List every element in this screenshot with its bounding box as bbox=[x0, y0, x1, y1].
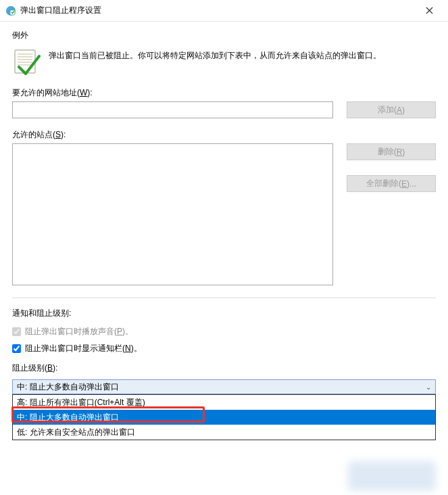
option-low[interactable]: 低: 允许来自安全站点的弹出窗口 bbox=[13, 425, 435, 440]
close-button[interactable] bbox=[416, 1, 443, 20]
intro-text: 弹出窗口当前已被阻止。你可以将特定网站添加到下表中，从而允许来自该站点的弹出窗口… bbox=[49, 48, 381, 62]
svg-rect-1 bbox=[10, 10, 15, 15]
play-sound-checkbox-row: 阻止弹出窗口时播放声音(P)。 bbox=[12, 326, 436, 337]
notifications-heading: 通知和阻止级别: bbox=[12, 308, 436, 319]
block-level-combo[interactable]: 中: 阻止大多数自动弹出窗口 ⌄ bbox=[12, 379, 436, 394]
play-sound-label: 阻止弹出窗口时播放声音(P)。 bbox=[25, 326, 133, 337]
add-button[interactable]: 添加(A) bbox=[347, 101, 436, 118]
intro-row: 弹出窗口当前已被阻止。你可以将特定网站添加到下表中，从而允许来自该站点的弹出窗口… bbox=[12, 48, 436, 76]
play-sound-checkbox bbox=[12, 327, 21, 336]
document-check-icon bbox=[12, 48, 41, 76]
show-notification-checkbox-row[interactable]: 阻止弹出窗口时显示通知栏(N)。 bbox=[12, 343, 436, 354]
url-input[interactable] bbox=[12, 101, 333, 118]
block-level-combo-wrap: 中: 阻止大多数自动弹出窗口 ⌄ 高: 阻止所有弹出窗口(Ctrl+Alt 覆盖… bbox=[12, 379, 436, 394]
url-label: 要允许的网站地址(W): bbox=[12, 87, 436, 99]
allowed-sites-list[interactable] bbox=[12, 143, 333, 285]
window-title: 弹出窗口阻止程序设置 bbox=[20, 5, 416, 16]
exceptions-heading: 例外 bbox=[12, 30, 436, 41]
show-notification-checkbox[interactable] bbox=[12, 344, 21, 353]
blurred-region bbox=[348, 461, 436, 491]
chevron-down-icon: ⌄ bbox=[426, 383, 431, 391]
remove-all-button[interactable]: 全部删除(E)... bbox=[347, 175, 436, 192]
option-high[interactable]: 高: 阻止所有弹出窗口(Ctrl+Alt 覆盖) bbox=[13, 395, 435, 410]
allowed-sites-label: 允许的站点(S): bbox=[12, 129, 436, 141]
show-notification-label: 阻止弹出窗口时显示通知栏(N)。 bbox=[25, 343, 142, 354]
block-level-selected: 中: 阻止大多数自动弹出窗口 bbox=[17, 381, 119, 393]
close-icon bbox=[426, 7, 433, 14]
block-level-dropdown: 高: 阻止所有弹出窗口(Ctrl+Alt 覆盖) 中: 阻止大多数自动弹出窗口 … bbox=[12, 394, 436, 440]
option-medium[interactable]: 中: 阻止大多数自动弹出窗口 bbox=[13, 410, 435, 425]
divider bbox=[12, 298, 436, 298]
block-level-label: 阻止级别(B): bbox=[12, 362, 436, 374]
app-icon bbox=[5, 5, 16, 16]
svg-rect-4 bbox=[15, 50, 35, 73]
titlebar: 弹出窗口阻止程序设置 bbox=[0, 0, 448, 22]
remove-button[interactable]: 删除(R) bbox=[347, 143, 436, 160]
